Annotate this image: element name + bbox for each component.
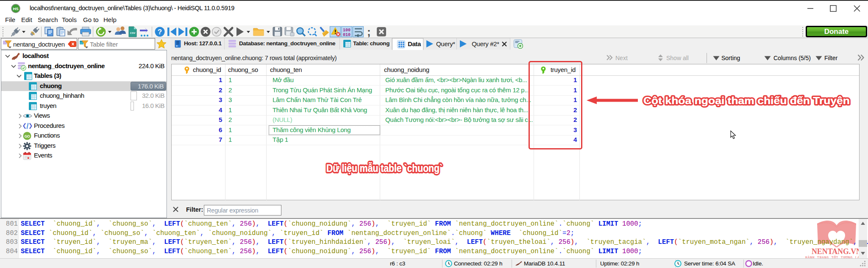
svg-text:GO: GO xyxy=(25,134,30,138)
svg-text:Dữ liệu mẫu table `chuong`: Dữ liệu mẫu table `chuong` xyxy=(326,162,442,174)
svg-text:010: 010 xyxy=(343,33,351,37)
svg-text:100: 100 xyxy=(343,28,351,33)
svg-text:Cột khóa ngoại tham chiếu đến: Cột khóa ngoại tham chiếu đến Truyện xyxy=(643,95,850,106)
svg-text:?: ? xyxy=(158,28,162,36)
svg-text:CSV: CSV xyxy=(130,32,135,34)
svg-text:HS: HS xyxy=(13,6,18,11)
svg-text:;: ; xyxy=(367,25,371,38)
svg-text:NENTANG.VN: NENTANG.VN xyxy=(812,247,862,256)
